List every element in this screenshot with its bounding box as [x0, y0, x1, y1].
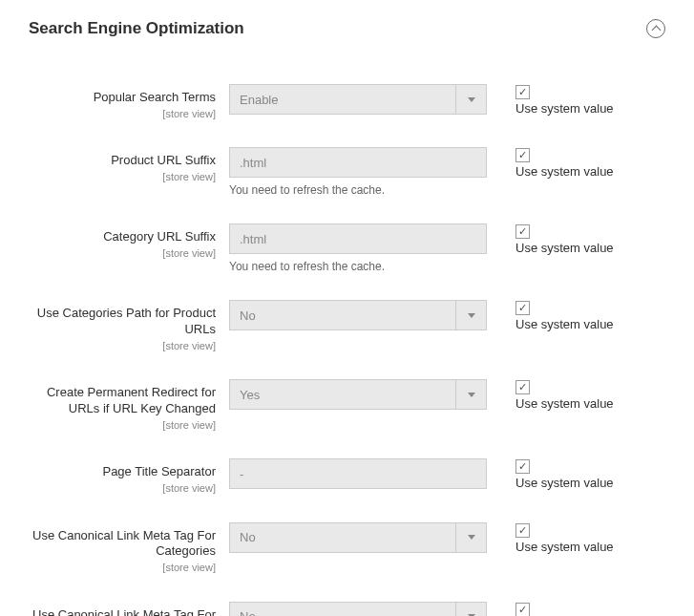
field-control: Yes: [229, 379, 487, 410]
scope-label: [store view]: [29, 170, 216, 183]
use-system-value-checkbox[interactable]: ✓: [515, 603, 530, 616]
field-use-categories-path: Use Categories Path for Product URLs [st…: [29, 300, 665, 352]
use-categories-path-select[interactable]: No: [229, 300, 487, 330]
system-value-col: ✓ Use system value: [487, 379, 614, 411]
system-value-col: ✓ Use system value: [487, 223, 614, 255]
collapse-icon[interactable]: [646, 19, 665, 38]
use-system-value-checkbox[interactable]: ✓: [515, 523, 530, 538]
field-page-title-separator: Page Title Separator [store view] - ✓ Us…: [29, 458, 665, 495]
popular-search-terms-select[interactable]: Enable: [229, 84, 487, 115]
permanent-redirect-select[interactable]: Yes: [229, 379, 487, 410]
use-system-value-label: Use system value: [515, 164, 614, 179]
chevron-down-icon: [455, 301, 486, 329]
field-label: Category URL Suffix [store view]: [29, 223, 229, 260]
field-canonical-categories: Use Canonical Link Meta Tag For Categori…: [29, 522, 665, 575]
field-popular-search-terms: Popular Search Terms [store view] Enable…: [29, 84, 665, 120]
use-system-value-label: Use system value: [515, 101, 614, 116]
scope-label: [store view]: [29, 339, 216, 352]
use-system-value-checkbox[interactable]: ✓: [515, 459, 530, 474]
field-control: No: [229, 522, 487, 553]
field-permanent-redirect: Create Permanent Redirect for URLs if UR…: [29, 379, 665, 432]
scope-label: [store view]: [29, 107, 216, 120]
field-label: Use Canonical Link Meta Tag For Categori…: [29, 522, 229, 575]
use-system-value-label: Use system value: [515, 540, 614, 554]
product-url-suffix-input[interactable]: .html: [229, 147, 487, 178]
system-value-col: ✓ Use system value: [487, 300, 614, 331]
use-system-value-checkbox[interactable]: ✓: [515, 148, 530, 162]
system-value-col: ✓ Use system value: [487, 602, 614, 616]
use-system-value-checkbox[interactable]: ✓: [515, 380, 530, 394]
scope-label: [store view]: [29, 246, 216, 260]
field-label: Popular Search Terms [store view]: [29, 84, 229, 120]
canonical-categories-select[interactable]: No: [229, 522, 487, 553]
field-label: Use Canonical Link Meta Tag For Products…: [29, 602, 229, 616]
chevron-down-icon: [455, 380, 486, 409]
use-system-value-label: Use system value: [515, 241, 614, 255]
system-value-col: ✓ Use system value: [487, 147, 614, 179]
use-system-value-checkbox[interactable]: ✓: [515, 301, 530, 315]
help-text: You need to refresh the cache.: [229, 183, 487, 197]
use-system-value-checkbox[interactable]: ✓: [515, 224, 530, 239]
field-label: Create Permanent Redirect for URLs if UR…: [29, 379, 229, 432]
field-control: No: [229, 602, 487, 616]
form-body: Popular Search Terms [store view] Enable…: [0, 84, 694, 616]
field-control: No: [229, 300, 487, 330]
field-control: .html You need to refresh the cache.: [229, 147, 487, 197]
field-control: -: [229, 458, 487, 489]
field-category-url-suffix: Category URL Suffix [store view] .html Y…: [29, 223, 665, 273]
page-title-separator-input[interactable]: -: [229, 458, 487, 489]
field-label: Product URL Suffix [store view]: [29, 147, 229, 183]
system-value-col: ✓ Use system value: [487, 84, 614, 116]
system-value-col: ✓ Use system value: [487, 522, 614, 554]
section-header[interactable]: Search Engine Optimization: [0, 0, 694, 57]
use-system-value-label: Use system value: [515, 317, 614, 331]
scope-label: [store view]: [29, 481, 216, 495]
system-value-col: ✓ Use system value: [487, 458, 614, 490]
field-label: Use Categories Path for Product URLs [st…: [29, 300, 229, 352]
chevron-down-icon: [455, 85, 486, 114]
field-control: Enable: [229, 84, 487, 115]
field-control: .html You need to refresh the cache.: [229, 223, 487, 273]
section-title: Search Engine Optimization: [29, 19, 244, 38]
field-canonical-products: Use Canonical Link Meta Tag For Products…: [29, 602, 665, 616]
category-url-suffix-input[interactable]: .html: [229, 223, 487, 254]
canonical-products-select[interactable]: No: [229, 602, 487, 616]
use-system-value-checkbox[interactable]: ✓: [515, 85, 530, 99]
use-system-value-label: Use system value: [515, 396, 614, 411]
scope-label: [store view]: [29, 418, 216, 432]
field-label: Page Title Separator [store view]: [29, 458, 229, 495]
help-text: You need to refresh the cache.: [229, 260, 487, 273]
use-system-value-label: Use system value: [515, 476, 614, 490]
chevron-down-icon: [455, 523, 486, 552]
field-product-url-suffix: Product URL Suffix [store view] .html Yo…: [29, 147, 665, 197]
chevron-down-icon: [455, 603, 486, 616]
scope-label: [store view]: [29, 561, 216, 574]
